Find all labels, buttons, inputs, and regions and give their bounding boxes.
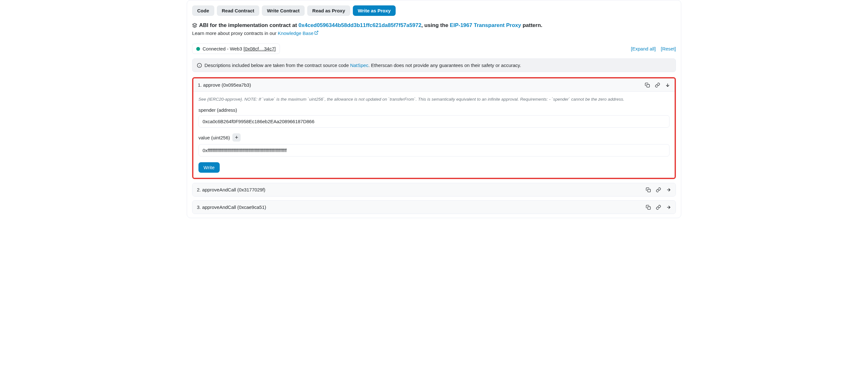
panel-actions: [Expand all] [Reset] <box>631 46 676 51</box>
contract-panel: Code Read Contract Write Contract Read a… <box>187 0 681 218</box>
tab-read-as-proxy[interactable]: Read as Proxy <box>307 5 350 16</box>
copy-icon[interactable] <box>646 187 651 192</box>
arrow-right-icon[interactable] <box>666 187 671 192</box>
status-dot-connected-icon <box>196 47 200 51</box>
connected-address-short: [0x08cf....34c7] <box>244 46 276 51</box>
abi-suffix: pattern. <box>521 22 542 28</box>
abi-prefix: ABI for the implementation contract at <box>199 22 299 28</box>
proxy-pattern-link[interactable]: EIP-1967 Transparent Proxy <box>450 22 521 28</box>
function-title: 2. approveAndCall (0x3177029f) <box>197 187 265 192</box>
svg-rect-7 <box>648 189 651 192</box>
function-title: 1. approve (0x095ea7b3) <box>198 82 251 88</box>
svg-marker-0 <box>192 23 196 25</box>
field-label-spender: spender (address) <box>198 107 670 113</box>
chevron-down-icon[interactable] <box>665 83 670 88</box>
function-panel-approveandcall-2: 3. approveAndCall (0xcae9ca51) <box>192 200 676 214</box>
function-header-approveandcall-1[interactable]: 2. approveAndCall (0x3177029f) <box>192 183 676 196</box>
tab-code[interactable]: Code <box>192 5 214 16</box>
natspec-notice: Descriptions included below are taken fr… <box>192 58 676 72</box>
svg-line-1 <box>316 31 318 33</box>
write-button[interactable]: Write <box>198 162 220 173</box>
link-icon[interactable] <box>655 83 660 88</box>
function-panel-approve: 1. approve (0x095ea7b3) See {IERC20-appr… <box>192 77 676 179</box>
function-body-approve: See {IERC20-approve}. NOTE: If `value` i… <box>193 92 675 178</box>
layers-icon <box>192 23 197 28</box>
function-title: 3. approveAndCall (0xcae9ca51) <box>197 204 266 210</box>
link-icon[interactable] <box>656 205 661 210</box>
field-label-value: value (uint256) + <box>198 133 670 142</box>
notice-suffix: . Etherscan does not provide any guarant… <box>368 62 521 68</box>
abi-info-line: ABI for the implementation contract at 0… <box>192 22 676 29</box>
abi-middle: , using the <box>421 22 450 28</box>
external-link-icon <box>314 30 319 35</box>
tab-write-as-proxy[interactable]: Write as Proxy <box>353 5 396 16</box>
natspec-link[interactable]: NatSpec <box>350 62 368 68</box>
implementation-address-link[interactable]: 0x4ced0596344b58dd3b11ffc621da85f7f57a59… <box>299 22 422 28</box>
svg-rect-9 <box>648 207 651 209</box>
info-icon <box>197 63 202 68</box>
expand-all-link[interactable]: [Expand all] <box>631 46 656 51</box>
contract-tabs: Code Read Contract Write Contract Read a… <box>192 5 676 16</box>
function-header-approve[interactable]: 1. approve (0x095ea7b3) <box>193 78 675 92</box>
function-description: See {IERC20-approve}. NOTE: If `value` i… <box>198 97 670 102</box>
copy-icon[interactable] <box>646 205 651 210</box>
status-row: Connected - Web3 [0x08cf....34c7] [Expan… <box>192 44 676 54</box>
svg-rect-5 <box>647 84 650 87</box>
learn-more-prefix: Learn more about proxy contracts in our <box>192 30 278 36</box>
knowledge-base-link[interactable]: Knowledge Base <box>278 30 319 36</box>
reset-link[interactable]: [Reset] <box>661 46 676 51</box>
arrow-right-icon[interactable] <box>666 205 671 210</box>
value-input[interactable] <box>198 144 670 157</box>
function-header-approveandcall-2[interactable]: 3. approveAndCall (0xcae9ca51) <box>192 201 676 214</box>
notice-prefix: Descriptions included below are taken fr… <box>205 62 350 68</box>
connected-label: Connected - Web3 <box>203 46 244 51</box>
link-icon[interactable] <box>656 187 661 192</box>
add-extra-value-button[interactable]: + <box>232 133 241 142</box>
learn-more-line: Learn more about proxy contracts in our … <box>192 30 676 36</box>
copy-icon[interactable] <box>645 83 650 88</box>
tab-write-contract[interactable]: Write Contract <box>262 5 305 16</box>
tab-read-contract[interactable]: Read Contract <box>217 5 260 16</box>
function-panel-approveandcall-1: 2. approveAndCall (0x3177029f) <box>192 183 676 197</box>
spender-input[interactable] <box>198 115 670 128</box>
web3-connection-status[interactable]: Connected - Web3 [0x08cf....34c7] <box>192 44 280 54</box>
